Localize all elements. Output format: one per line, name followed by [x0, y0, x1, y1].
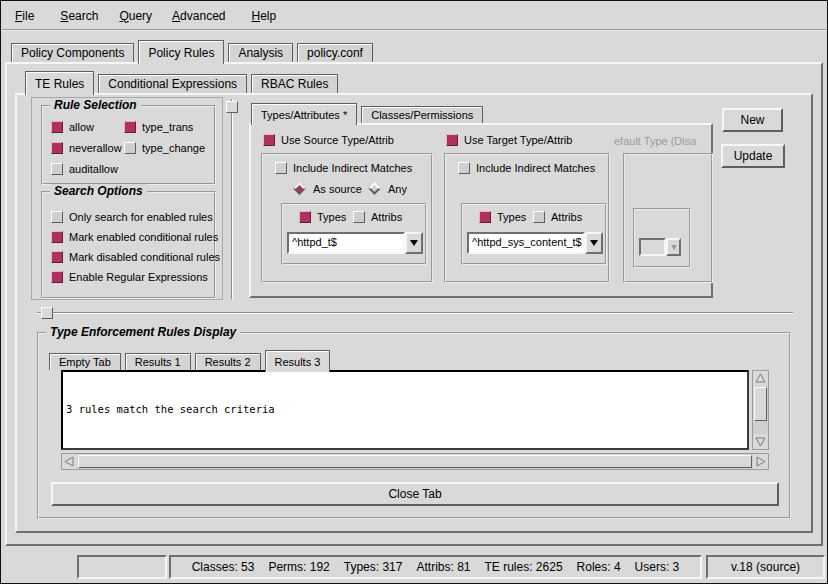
only-enabled-checkbox[interactable]	[51, 211, 63, 223]
menu-search[interactable]: Search	[51, 7, 107, 25]
close-tab-button[interactable]: Close Tab	[51, 482, 779, 506]
scroll-down-icon[interactable]	[753, 434, 768, 449]
update-button[interactable]: Update	[721, 144, 785, 168]
as-source-radio[interactable]	[293, 182, 307, 196]
auditallow-checkbox[interactable]	[51, 163, 63, 175]
tab-results-1[interactable]: Results 1	[125, 353, 191, 370]
search-options-title: Search Options	[50, 184, 147, 198]
horizontal-sash[interactable]	[37, 312, 793, 314]
source-type-combobox[interactable]: ^httpd_t$	[287, 232, 423, 254]
target-attribs-row[interactable]: Attribs	[533, 211, 582, 223]
source-types-label: Types	[317, 211, 346, 223]
regex-checkbox[interactable]	[51, 271, 63, 283]
results-tab-row: Empty Tab Results 1 Results 2 Results 3	[49, 347, 334, 370]
menu-query[interactable]: Query	[110, 7, 161, 25]
use-source-checkbox[interactable]	[263, 134, 275, 146]
radio-any[interactable]: Any	[368, 182, 407, 196]
tab-conditional-expressions[interactable]: Conditional Expressions	[98, 74, 247, 93]
source-attribs-label: Attribs	[371, 211, 402, 223]
radio-as-source[interactable]: As source	[293, 182, 362, 196]
results-frame-title: Type Enforcement Rules Display	[46, 325, 240, 339]
tab-rbac-rules[interactable]: RBAC Rules	[251, 74, 338, 93]
only-enabled-label: Only search for enabled rules	[69, 211, 213, 223]
checkbox-neverallow[interactable]: neverallow	[51, 142, 122, 154]
target-type-combobox[interactable]: ^httpd_sys_content_t$	[467, 232, 603, 254]
target-combo-button[interactable]	[585, 232, 603, 254]
use-target-checkbox[interactable]	[446, 134, 458, 146]
status-stats-box: Classes: 53 Perms: 192 Types: 317 Attrib…	[169, 555, 702, 579]
mark-disabled-label: Mark disabled conditional rules	[69, 251, 220, 263]
tab-classes-permissions[interactable]: Classes/Permissions	[361, 106, 483, 123]
neverallow-checkbox[interactable]	[51, 142, 63, 154]
horizontal-scroll-thumb[interactable]	[78, 455, 752, 468]
checkbox-auditallow[interactable]: auditallow	[51, 163, 118, 175]
results-horizontal-scrollbar[interactable]	[61, 453, 769, 470]
tab-results-3[interactable]: Results 3	[265, 350, 331, 372]
results-vertical-scrollbar[interactable]	[752, 370, 769, 450]
source-indirect-checkbox[interactable]	[275, 162, 287, 174]
menu-file[interactable]: File	[6, 7, 43, 25]
source-combo-button[interactable]	[405, 232, 423, 254]
checkbox-allow[interactable]: allow	[51, 121, 94, 133]
vertical-scroll-thumb[interactable]	[754, 387, 767, 421]
main-tab-row: Policy Components Policy Rules Analysis …	[11, 39, 377, 62]
horizontal-sash-handle[interactable]	[41, 307, 53, 319]
menu-advanced[interactable]: Advanced	[163, 7, 234, 25]
allow-checkbox[interactable]	[51, 121, 63, 133]
mark-disabled-checkbox[interactable]	[51, 251, 63, 263]
tab-policy-conf[interactable]: policy.conf	[297, 43, 373, 62]
results-text-area[interactable]: 3 rules match the search criteria (5822)…	[61, 370, 749, 450]
default-type-box	[633, 208, 691, 268]
scroll-right-icon[interactable]	[753, 454, 768, 469]
target-type-entry[interactable]: ^httpd_sys_content_t$	[467, 232, 585, 254]
source-indirect-row[interactable]: Include Indirect Matches	[275, 162, 412, 174]
tab-empty-tab[interactable]: Empty Tab	[49, 353, 121, 370]
source-types-checkbox[interactable]	[299, 211, 311, 223]
tab-policy-components[interactable]: Policy Components	[11, 43, 134, 62]
checkbox-type-change[interactable]: type_change	[124, 142, 205, 154]
vertical-sash-handle[interactable]	[226, 101, 238, 113]
source-types-row[interactable]: Types	[299, 211, 346, 223]
menu-bar: File Search Query Advanced Help	[2, 2, 826, 31]
type-trans-checkbox[interactable]	[124, 121, 136, 133]
checkbox-mark-disabled[interactable]: Mark disabled conditional rules	[51, 251, 220, 263]
tab-results-2[interactable]: Results 2	[195, 353, 261, 370]
target-indirect-checkbox[interactable]	[458, 162, 470, 174]
target-indirect-row[interactable]: Include Indirect Matches	[458, 162, 595, 174]
any-radio[interactable]	[368, 182, 382, 196]
type-change-checkbox[interactable]	[124, 142, 136, 154]
target-types-row[interactable]: Types	[479, 211, 526, 223]
checkbox-regex[interactable]: Enable Regular Expressions	[51, 271, 208, 283]
stat-attribs: Attribs: 81	[416, 560, 470, 574]
menu-help[interactable]: Help	[242, 7, 285, 25]
target-indirect-label: Include Indirect Matches	[476, 162, 595, 174]
results-frame: Type Enforcement Rules Display Empty Tab…	[37, 332, 791, 519]
checkbox-mark-enabled[interactable]: Mark enabled conditional rules	[51, 231, 218, 243]
results-message: 3 rules match the search criteria	[66, 402, 744, 416]
chevron-down-icon	[590, 240, 598, 246]
default-type-frame	[623, 153, 713, 283]
checkbox-only-enabled[interactable]: Only search for enabled rules	[51, 211, 213, 223]
vertical-sash[interactable]	[231, 99, 233, 299]
default-type-label: efault Type (Disa	[614, 135, 706, 149]
scroll-left-icon[interactable]	[62, 454, 77, 469]
source-type-entry[interactable]: ^httpd_t$	[287, 232, 405, 254]
tab-analysis[interactable]: Analysis	[228, 43, 293, 62]
new-button[interactable]: New	[722, 108, 783, 132]
scroll-up-icon[interactable]	[753, 371, 768, 386]
target-attribs-label: Attribs	[551, 211, 582, 223]
tab-te-rules[interactable]: TE Rules	[25, 71, 94, 95]
source-indirect-label: Include Indirect Matches	[293, 162, 412, 174]
use-target-checkbox-row[interactable]: Use Target Type/Attrib	[446, 134, 572, 146]
target-types-checkbox[interactable]	[479, 211, 491, 223]
target-attribs-checkbox[interactable]	[533, 211, 545, 223]
stat-classes: Classes: 53	[192, 560, 255, 574]
use-source-checkbox-row[interactable]: Use Source Type/Attrib	[263, 134, 394, 146]
tab-policy-rules[interactable]: Policy Rules	[138, 40, 224, 64]
chevron-down-icon	[410, 240, 418, 246]
mark-enabled-checkbox[interactable]	[51, 231, 63, 243]
checkbox-type-trans[interactable]: type_trans	[124, 121, 193, 133]
source-attribs-row[interactable]: Attribs	[353, 211, 402, 223]
source-attribs-checkbox[interactable]	[353, 211, 365, 223]
tab-types-attributes[interactable]: Types/Attributes *	[251, 103, 357, 125]
